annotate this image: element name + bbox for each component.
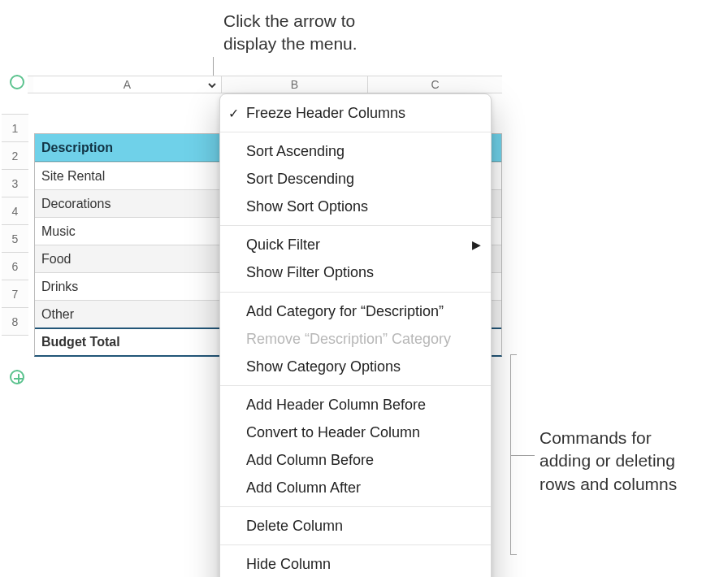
chevron-down-icon	[206, 80, 218, 91]
menu-item-freeze-header-columns[interactable]: ✓ Freeze Header Columns	[220, 99, 491, 127]
column-headers: A B C	[28, 76, 502, 93]
row-header[interactable]: 1	[2, 115, 28, 142]
column-header-b[interactable]: B	[222, 76, 368, 93]
menu-item-delete-column[interactable]: Delete Column	[220, 512, 491, 540]
row-header[interactable]: 7	[2, 280, 28, 308]
table-origin-handle[interactable]	[10, 75, 24, 89]
menu-item-add-header-column-before[interactable]: Add Header Column Before	[220, 391, 491, 419]
menu-separator	[220, 225, 491, 226]
column-menu-trigger[interactable]	[205, 78, 219, 93]
leader-line-right	[520, 455, 535, 456]
checkmark-icon: ✓	[228, 104, 239, 123]
column-context-menu: ✓ Freeze Header Columns Sort Ascending S…	[219, 93, 492, 577]
menu-separator	[220, 544, 491, 545]
column-header-c[interactable]: C	[368, 76, 502, 93]
column-header-b-label: B	[291, 78, 298, 91]
menu-separator	[220, 292, 491, 293]
menu-item-show-filter-options[interactable]: Show Filter Options	[220, 258, 491, 286]
menu-item-add-column-before[interactable]: Add Column Before	[220, 446, 491, 474]
menu-item-sort-ascending[interactable]: Sort Ascending	[220, 137, 491, 165]
row-header[interactable]: 5	[2, 225, 28, 253]
callout-right: Commands foradding or deletingrows and c…	[540, 427, 726, 496]
column-header-c-label: C	[431, 78, 439, 91]
menu-item-add-category[interactable]: Add Category for “Description”	[220, 297, 491, 325]
menu-item-convert-to-header-column[interactable]: Convert to Header Column	[220, 419, 491, 446]
row-header[interactable]: 4	[2, 197, 28, 225]
chevron-right-icon: ▶	[472, 236, 481, 253]
menu-separator	[220, 506, 491, 507]
column-header-gap	[28, 76, 33, 93]
menu-item-show-sort-options[interactable]: Show Sort Options	[220, 193, 491, 220]
callout-top: Click the arrow todisplay the menu.	[223, 10, 358, 56]
menu-item-hide-column[interactable]: Hide Column	[220, 550, 491, 577]
row-header[interactable]: 8	[2, 308, 28, 336]
row-header[interactable]: 3	[2, 170, 28, 197]
add-row-handle[interactable]	[10, 370, 24, 384]
column-header-a-label: A	[124, 78, 131, 91]
menu-item-quick-filter[interactable]: Quick Filter ▶	[220, 231, 491, 258]
menu-separator	[220, 385, 491, 386]
menu-item-remove-category: Remove “Description” Category	[220, 325, 491, 353]
menu-item-sort-descending[interactable]: Sort Descending	[220, 165, 491, 193]
row-header[interactable]: 6	[2, 253, 28, 280]
row-headers: 1 2 3 4 5 6 7 8	[2, 114, 28, 336]
menu-separator	[220, 132, 491, 132]
column-header-a[interactable]: A	[33, 76, 222, 93]
menu-item-add-column-after[interactable]: Add Column After	[220, 474, 491, 501]
row-header[interactable]: 2	[2, 142, 28, 170]
menu-item-show-category-options[interactable]: Show Category Options	[220, 353, 491, 380]
